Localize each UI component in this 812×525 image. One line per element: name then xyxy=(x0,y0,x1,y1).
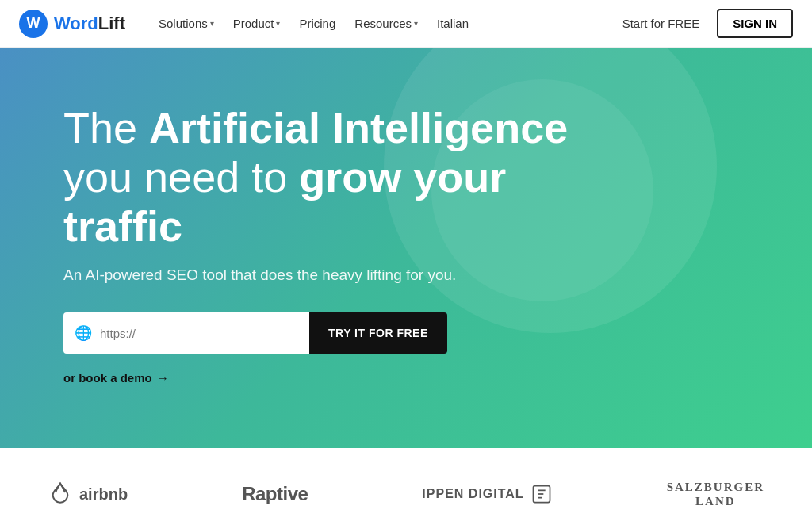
url-input-wrapper: 🌐 xyxy=(63,312,309,354)
nav-pricing[interactable]: Pricing xyxy=(291,12,343,35)
logo-icon: W xyxy=(19,10,48,38)
nav-product[interactable]: Product ▾ xyxy=(225,12,289,35)
logo[interactable]: W WordLift xyxy=(19,10,125,38)
nav-links: Solutions ▾ Product ▾ Pricing Resources … xyxy=(151,12,615,35)
hero-subtitle: An AI-powered SEO tool that does the hea… xyxy=(63,266,603,284)
nav-italian[interactable]: Italian xyxy=(429,12,477,35)
salzburger-land-logo: SALZBURGERLAND xyxy=(667,480,764,508)
hero-cta-row: 🌐 TRY IT FOR FREE xyxy=(63,312,603,354)
chevron-down-icon: ▾ xyxy=(210,19,214,28)
chevron-down-icon: ▾ xyxy=(276,19,280,28)
raptive-logo: Raptive xyxy=(242,483,308,505)
nav-resources[interactable]: Resources ▾ xyxy=(347,12,426,35)
airbnb-text: airbnb xyxy=(79,485,128,504)
try-free-button[interactable]: TRY IT FOR FREE xyxy=(309,312,447,354)
nav-solutions[interactable]: Solutions ▾ xyxy=(151,12,222,35)
arrow-icon: → xyxy=(157,371,169,385)
logos-row-1: airbnb Raptive IPPEN DIGITAL SALZBURGERL… xyxy=(48,480,764,508)
sign-in-button[interactable]: SIGN IN xyxy=(717,9,793,38)
hero-content: The Artificial Intelligence you need to … xyxy=(63,103,603,385)
airbnb-logo: airbnb xyxy=(48,481,128,507)
logos-section: airbnb Raptive IPPEN DIGITAL SALZBURGERL… xyxy=(0,448,812,525)
navbar: W WordLift Solutions ▾ Product ▾ Pricing… xyxy=(0,0,812,48)
start-for-free-link[interactable]: Start for FREE xyxy=(615,12,708,35)
url-input[interactable] xyxy=(100,327,298,340)
hero-title: The Artificial Intelligence you need to … xyxy=(63,103,603,251)
logo-text: WordLift xyxy=(54,13,125,34)
globe-icon: 🌐 xyxy=(75,324,92,342)
chevron-down-icon: ▾ xyxy=(414,19,418,28)
hero-section: The Artificial Intelligence you need to … xyxy=(0,48,812,448)
ippen-digital-logo: IPPEN DIGITAL xyxy=(422,483,552,505)
book-demo-link[interactable]: or book a demo → xyxy=(63,371,603,385)
nav-right: Start for FREE SIGN IN xyxy=(615,9,793,38)
